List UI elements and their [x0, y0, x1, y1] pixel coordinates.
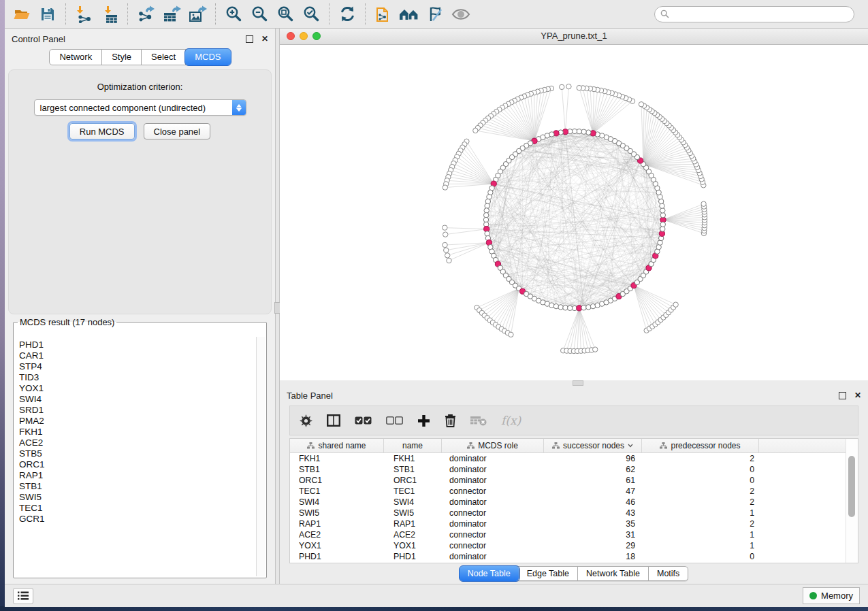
export-image-button[interactable]	[184, 3, 210, 26]
table-cell[interactable]: ACE2	[290, 530, 384, 540]
column-header-predecessor-nodes[interactable]: predecessor nodes	[642, 439, 759, 452]
network-node[interactable]	[483, 212, 488, 217]
result-item[interactable]: STB1	[19, 481, 255, 492]
leaf-node[interactable]	[639, 102, 643, 107]
table-cell[interactable]: 46	[544, 497, 642, 507]
table-cell[interactable]: connector	[442, 486, 544, 496]
table-cell[interactable]: 2	[642, 497, 759, 507]
network-node[interactable]	[660, 222, 665, 227]
table-cell[interactable]: 62	[544, 465, 642, 474]
float-panel-icon[interactable]	[839, 392, 846, 399]
table-cell[interactable]: ORC1	[384, 476, 442, 485]
table-cell[interactable]: 1	[642, 530, 759, 540]
network-node[interactable]	[586, 305, 591, 310]
tab-mcds[interactable]: MCDS	[185, 49, 230, 65]
delete-table-button[interactable]	[470, 416, 487, 426]
scrollbar-thumb[interactable]	[848, 456, 855, 517]
table-cell[interactable]: 47	[544, 486, 642, 496]
column-header-shared-name[interactable]: shared name	[290, 439, 384, 452]
zoom-in-button[interactable]	[221, 3, 246, 26]
close-panel-icon[interactable]: ✕	[854, 391, 861, 399]
tab-motifs[interactable]: Motifs	[649, 567, 688, 580]
table-cell[interactable]: YOX1	[384, 541, 442, 550]
result-item[interactable]: SWI4	[19, 394, 255, 405]
table-cell[interactable]: 35	[544, 519, 642, 529]
result-item[interactable]: YOX1	[19, 383, 255, 394]
table-cell[interactable]: PHD1	[290, 552, 384, 561]
table-cell[interactable]: SWI4	[290, 497, 384, 507]
network-node[interactable]	[558, 305, 563, 310]
memory-button[interactable]: Memory	[803, 587, 860, 604]
network-node[interactable]	[660, 208, 665, 213]
leaf-node[interactable]	[509, 332, 513, 337]
leaf-node[interactable]	[443, 225, 447, 230]
table-cell[interactable]: dominator	[442, 497, 544, 507]
show-columns-button[interactable]	[327, 414, 340, 427]
network-node[interactable]	[586, 130, 591, 135]
table-cell[interactable]: ORC1	[290, 476, 384, 485]
mcds-result-scrollbar[interactable]	[256, 337, 265, 576]
table-cell[interactable]: PHD1	[384, 552, 442, 561]
result-item[interactable]: SWI5	[19, 492, 255, 503]
network-node[interactable]	[581, 306, 586, 310]
leaf-node[interactable]	[701, 201, 706, 206]
network-node[interactable]	[485, 231, 489, 236]
leaf-node[interactable]	[447, 258, 451, 263]
leaf-node[interactable]	[443, 232, 448, 237]
network-node[interactable]	[563, 306, 568, 310]
column-header-successor-nodes[interactable]: successor nodes	[544, 439, 642, 452]
tab-node-table[interactable]: Node Table	[460, 566, 519, 581]
table-cell[interactable]: SWI5	[290, 508, 384, 518]
deselect-all-button[interactable]	[386, 416, 403, 425]
table-row[interactable]: ORC1ORC1dominator610	[290, 475, 846, 486]
network-window-titlebar[interactable]: YPA_prune.txt_1	[280, 29, 868, 45]
leaf-node[interactable]	[445, 253, 450, 258]
table-cell[interactable]: FKH1	[384, 454, 442, 463]
table-cell[interactable]: connector	[442, 508, 544, 518]
leaf-node[interactable]	[473, 128, 478, 133]
table-cell[interactable]: 31	[544, 530, 642, 540]
table-cell[interactable]: dominator	[442, 476, 544, 485]
network-node[interactable]	[660, 227, 665, 231]
table-cell[interactable]: SWI4	[384, 497, 442, 507]
network-node[interactable]	[484, 208, 489, 213]
horizontal-splitter[interactable]	[280, 380, 868, 385]
vertical-splitter[interactable]	[275, 29, 280, 584]
table-cell[interactable]: 43	[544, 508, 642, 518]
float-panel-icon[interactable]	[246, 35, 253, 43]
result-item[interactable]: CAR1	[19, 350, 255, 361]
table-cell[interactable]: 1	[642, 541, 759, 550]
table-cell[interactable]: 2	[642, 486, 759, 496]
table-cell[interactable]: STB1	[290, 465, 384, 474]
save-session-button[interactable]	[35, 3, 61, 26]
network-node[interactable]	[485, 203, 489, 208]
delete-column-button[interactable]	[445, 414, 456, 427]
leaf-node[interactable]	[560, 84, 564, 89]
leaf-node[interactable]	[673, 302, 678, 307]
leaf-node[interactable]	[566, 84, 571, 88]
tab-network-table[interactable]: Network Table	[578, 567, 649, 580]
result-item[interactable]: PHD1	[19, 340, 255, 350]
table-cell[interactable]: 18	[544, 552, 642, 561]
table-cell[interactable]: dominator	[442, 454, 544, 463]
tab-edge-table[interactable]: Edge Table	[519, 567, 578, 580]
table-cell[interactable]: SWI5	[384, 508, 442, 518]
select-all-button[interactable]	[355, 416, 372, 425]
search-input[interactable]	[673, 9, 848, 20]
table-row[interactable]: STB1STB1dominator620	[290, 464, 846, 475]
table-row[interactable]: FKH1FKH1dominator962	[290, 453, 846, 464]
table-cell[interactable]: dominator	[442, 519, 544, 529]
result-item[interactable]: STB5	[19, 448, 255, 459]
result-item[interactable]: STP4	[19, 361, 255, 372]
network-canvas[interactable]	[280, 45, 868, 380]
table-cell[interactable]: 0	[642, 476, 759, 485]
show-graphics-details-button[interactable]	[448, 3, 474, 26]
tab-select[interactable]: Select	[142, 50, 186, 65]
result-item[interactable]: PMA2	[19, 416, 255, 427]
result-item[interactable]: GCR1	[19, 514, 255, 525]
zoom-fit-button[interactable]	[272, 3, 298, 26]
open-session-button[interactable]	[9, 3, 35, 26]
criterion-select[interactable]: largest connected component (undirected)	[34, 99, 246, 116]
leaf-node[interactable]	[443, 242, 447, 247]
leaf-node[interactable]	[592, 347, 597, 352]
